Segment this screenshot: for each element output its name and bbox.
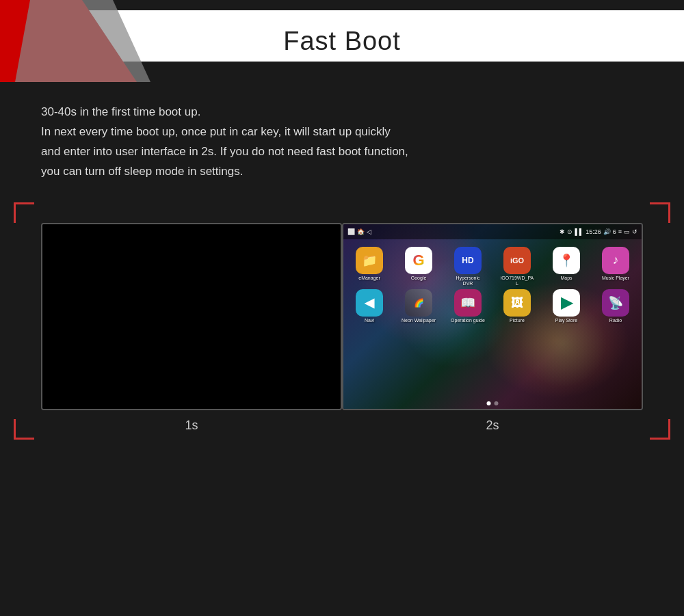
dot2 — [495, 401, 499, 405]
screens-row: 1s ⬜ 🏠 ◁ — [21, 209, 663, 433]
navi-label: Navi — [365, 318, 374, 323]
page-dots — [487, 401, 499, 405]
app-google[interactable]: G Google — [395, 247, 442, 287]
app-neon[interactable]: 🌈 Neon Wallpaper — [395, 289, 442, 323]
app-music[interactable]: ♪ Music Player — [592, 247, 639, 287]
operation-label: Operation guide — [451, 318, 485, 323]
radio-label: Radio — [609, 318, 622, 323]
playstore-label: Play Store — [555, 318, 577, 323]
wifi-icon: ⊙ — [567, 228, 573, 235]
bracket-bottom-right — [650, 419, 670, 440]
screen1-label: 1s — [185, 418, 198, 433]
app-igo[interactable]: iGO iGO719WD_PAL — [494, 247, 540, 287]
header-banner: Fast Boot — [0, 0, 684, 82]
volume-icon: 🔊 — [603, 228, 611, 235]
radio-icon: 📡 — [602, 289, 629, 317]
app-picture[interactable]: 🖼 Picture — [494, 289, 540, 323]
screen2-frame: ⬜ 🏠 ◁ ✱ ⊙ ▌▌ 15:26 🔊 6 ≡ ▭ — [342, 223, 643, 410]
menu-icon: ≡ — [618, 228, 622, 235]
app-grid: 📁 eManager G Google HD Hypersonic DVR — [343, 241, 642, 330]
app-emanager[interactable]: 📁 eManager — [346, 247, 393, 287]
app-radio[interactable]: 📡 Radio — [592, 289, 639, 323]
maps-icon: 📍 — [553, 247, 580, 274]
time-display: 15:26 — [586, 228, 601, 235]
app-playstore[interactable]: ▶ Play Store — [543, 289, 590, 323]
neon-label: Neon Wallpaper — [402, 318, 436, 323]
nav-icon: ⬜ — [347, 228, 355, 235]
page-title: Fast Boot — [283, 27, 401, 56]
app-maps[interactable]: 📍 Maps — [543, 247, 590, 287]
description-area: 30-40s in the first time boot up. In nex… — [0, 82, 684, 196]
window-icon: ▭ — [624, 228, 630, 235]
screen1-black — [42, 224, 341, 409]
playstore-icon: ▶ — [553, 289, 580, 317]
signal-icon: ▌▌ — [575, 228, 583, 235]
bracket-top-left — [14, 202, 34, 223]
google-label: Google — [411, 276, 427, 281]
neon-icon: 🌈 — [405, 289, 432, 317]
music-label: Music Player — [602, 276, 629, 281]
dot1 — [487, 401, 491, 405]
bracket-bottom-left — [14, 419, 34, 440]
hypersonic-icon: HD — [454, 247, 482, 274]
bracket-top-right — [650, 202, 670, 223]
app-hypersonic[interactable]: HD Hypersonic DVR — [445, 247, 491, 287]
desc-line4: you can turn off sleep mode in settings. — [41, 162, 643, 182]
desc-line3: and enter into user interface in 2s. If … — [41, 142, 643, 162]
screen1-container: 1s — [41, 223, 342, 433]
vol-number: 6 — [613, 228, 616, 235]
maps-label: Maps — [560, 276, 572, 281]
screen2-android: ⬜ 🏠 ◁ ✱ ⊙ ▌▌ 15:26 🔊 6 ≡ ▭ — [343, 224, 642, 409]
status-bar: ⬜ 🏠 ◁ ✱ ⊙ ▌▌ 15:26 🔊 6 ≡ ▭ — [343, 224, 642, 239]
status-left: ⬜ 🏠 ◁ — [347, 228, 371, 235]
desc-line2: In next every time boot up, once put in … — [41, 122, 643, 142]
hypersonic-label: Hypersonic DVR — [451, 276, 485, 287]
comparison-section: 1s ⬜ 🏠 ◁ — [14, 202, 670, 440]
igo-icon: iGO — [503, 247, 531, 274]
operation-icon: 📖 — [454, 289, 482, 317]
back-icon: ◁ — [367, 228, 371, 235]
navi-icon: ◀ — [356, 289, 383, 317]
google-icon: G — [405, 247, 432, 274]
screen2-label: 2s — [486, 418, 499, 433]
app-operation[interactable]: 📖 Operation guide — [445, 289, 491, 323]
home-icon: 🏠 — [357, 228, 365, 235]
refresh-icon: ↺ — [632, 228, 637, 235]
emanager-label: eManager — [358, 276, 380, 281]
igo-label: iGO719WD_PAL — [500, 276, 534, 287]
picture-label: Picture — [510, 318, 525, 323]
emanager-icon: 📁 — [356, 247, 383, 274]
bt-icon: ✱ — [560, 228, 565, 235]
picture-icon: 🖼 — [503, 289, 531, 317]
screen1-frame — [41, 223, 342, 410]
music-icon: ♪ — [602, 247, 629, 274]
desc-line1: 30-40s in the first time boot up. — [41, 103, 643, 122]
screen2-container: ⬜ 🏠 ◁ ✱ ⊙ ▌▌ 15:26 🔊 6 ≡ ▭ — [342, 223, 643, 433]
status-right: ✱ ⊙ ▌▌ 15:26 🔊 6 ≡ ▭ ↺ — [560, 228, 637, 235]
app-navi[interactable]: ◀ Navi — [346, 289, 393, 323]
